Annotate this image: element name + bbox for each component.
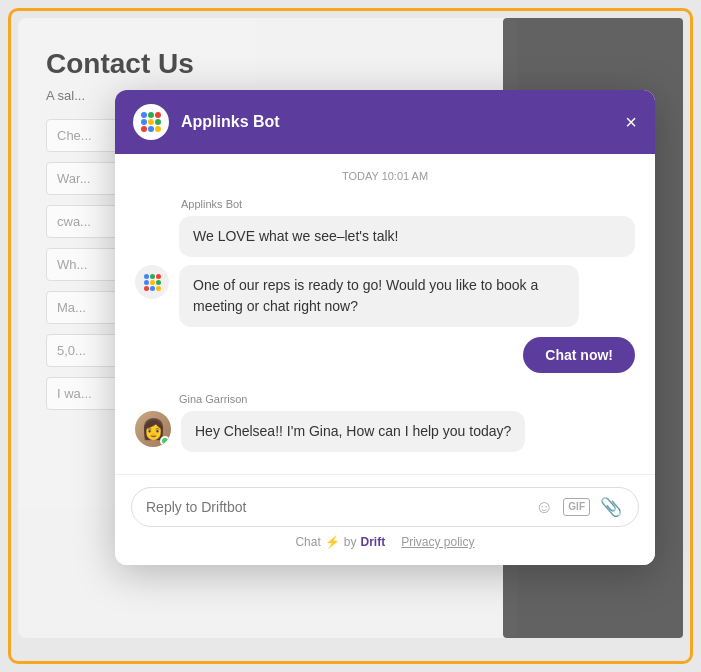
sdot-2 [150,274,155,279]
emoji-button[interactable]: ☺ [533,497,555,518]
chat-input[interactable] [146,499,525,515]
bot-message-1: We LOVE what we see–let's talk! [179,216,635,257]
bot-header-avatar [133,104,169,140]
bot-name: Applinks Bot [181,113,613,131]
sdot-4 [144,280,149,285]
sdot-8 [150,286,155,291]
bg-field-2: War... [46,162,126,195]
by-label: by [344,535,357,549]
sdot-9 [156,286,161,291]
dot-3 [155,112,161,118]
bot-logo [141,112,161,132]
attachment-button[interactable]: 📎 [598,496,624,518]
bg-field-4: Wh... [46,248,126,281]
close-button[interactable]: × [625,112,637,132]
bg-title: Contact Us [46,48,490,80]
dot-6 [155,119,161,125]
bot-avatar-dots [144,274,161,291]
sdot-3 [156,274,161,279]
chat-now-row: Chat now! [135,337,635,373]
chat-body: TODAY 10:01 AM Applinks Bot We LOVE what… [115,154,655,474]
drift-brand: Drift [361,535,386,549]
sdot-6 [156,280,161,285]
chat-footer: ☺ GIF 📎 Chat ⚡ by Drift Privacy policy [115,474,655,565]
agent-avatar: 👩 [135,411,171,447]
dot-9 [155,126,161,132]
chat-timestamp: TODAY 10:01 AM [135,170,635,182]
dot-8 [148,126,154,132]
bg-field-3: cwa... [46,205,126,238]
dot-2 [148,112,154,118]
privacy-policy-link[interactable]: Privacy policy [401,535,474,549]
dot-1 [141,112,147,118]
chat-now-button[interactable]: Chat now! [523,337,635,373]
online-status-dot [160,436,170,446]
dot-5 [148,119,154,125]
bot-message-row-2: One of our reps is ready to go! Would yo… [135,265,635,327]
chat-label: Chat [295,535,320,549]
sdot-7 [144,286,149,291]
powered-by-bar: Chat ⚡ by Drift Privacy policy [131,527,639,553]
bg-field-5: Ma... [46,291,126,324]
bot-avatar [135,265,169,299]
bg-field-1: Che... [46,119,126,152]
drift-link[interactable]: Chat ⚡ by Drift [295,535,385,549]
chat-input-row: ☺ GIF 📎 [131,487,639,527]
dot-4 [141,119,147,125]
bg-field-7: I wa... [46,377,126,410]
chat-widget: Applinks Bot × TODAY 10:01 AM Applinks B… [115,90,655,565]
sdot-1 [144,274,149,279]
dot-7 [141,126,147,132]
chat-header: Applinks Bot × [115,90,655,154]
bot-sender-label: Applinks Bot [181,198,635,210]
sdot-5 [150,280,155,285]
bolt-icon: ⚡ [325,535,340,549]
gif-button[interactable]: GIF [563,498,590,516]
bg-field-6: 5,0... [46,334,126,367]
agent-label: Gina Garrison [179,393,635,405]
bot-message-2: One of our reps is ready to go! Would yo… [179,265,579,327]
agent-message-row: 👩 Hey Chelsea!! I'm Gina, How can I help… [135,411,635,452]
agent-message: Hey Chelsea!! I'm Gina, How can I help y… [181,411,525,452]
